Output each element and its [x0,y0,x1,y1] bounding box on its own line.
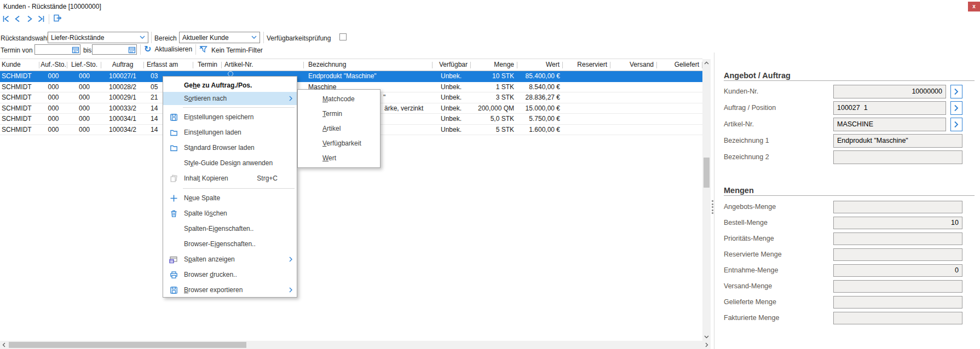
menu-item-inhalt-kopieren[interactable]: Inhalt KopierenStrg+C [163,171,297,186]
scroll-down-icon[interactable] [702,333,711,341]
toolbar-separator [195,44,196,55]
vertical-scrollbar[interactable] [702,59,711,341]
menu-item-standard-browser-laden[interactable]: Standard Browser laden [163,140,297,155]
menu-item-browser-drucken[interactable]: Browser drucken.. [163,267,297,282]
column-header[interactable]: Verfügbar [433,59,471,71]
column-header[interactable]: Kunde [0,59,39,71]
panel-field-bezeichnung-2[interactable] [833,150,962,164]
goto-button[interactable] [950,85,962,98]
table-cell: 000 [39,125,67,135]
menu-item-browser-eigenschaften[interactable]: Browser-Eigenschaften.. [163,236,297,252]
panel-field-kunden-nr-[interactable]: 10000000 [833,85,946,98]
panel-field-angebots-menge[interactable] [833,201,962,213]
goto-record-icon[interactable] [53,14,62,25]
column-header[interactable]: Versand [610,59,657,71]
sort-submenu: MatchcodeTerminArtikelVerfügbarkeitWert [297,89,381,168]
column-header[interactable]: Menge [471,59,517,71]
chevron-right-icon [954,104,959,112]
column-header[interactable]: Artikel-Nr. [222,59,304,71]
panel-field-artikel-nr-[interactable]: MASCHINE [833,118,946,131]
column-header[interactable]: Termin [193,59,222,71]
table-cell: 000 [67,92,101,103]
kein-termin-filter-button[interactable]: Kein Termin-Filter [199,45,263,55]
panel-field-fakturierte-menge[interactable] [833,312,962,324]
submenu-item-artikel[interactable]: Artikel [298,121,380,136]
table-cell [610,82,657,92]
submenu-item-matchcode[interactable]: Matchcode [298,91,380,106]
vertical-scroll-thumb[interactable] [704,158,710,188]
bereich-dropdown[interactable]: Aktueller Kunde [179,32,260,43]
panel-field-prioritäts-menge[interactable] [833,232,962,245]
first-record-icon[interactable] [2,15,10,23]
chevron-down-icon [140,36,148,39]
splitter-grip-dot [712,200,713,202]
column-header[interactable]: Erfasst am [144,59,193,71]
submenu-item-termin[interactable]: Termin [298,106,380,121]
horizontal-scrollbar[interactable] [0,341,711,349]
menu-item-spalten-anzeigen[interactable]: Spalten anzeigen [163,252,297,267]
column-header[interactable]: Wert [517,59,563,71]
menu-separator [163,105,297,109]
scroll-up-icon[interactable] [702,59,711,67]
menu-item-gehe-zu-auftrag-pos[interactable]: Gehe zu Auftrag./Pos. [163,79,297,92]
panel-field-entnahme-menge[interactable]: 0 [833,264,962,277]
column-header[interactable]: Lief.-Sto. [67,59,101,71]
column-header[interactable]: Auf.-Sto. [39,59,67,71]
verfuegbarkeitspruefung-checkbox[interactable] [339,33,347,40]
menu-item-label: Einstellungen speichern [184,113,253,121]
aktualisieren-button[interactable]: ↻ Aktualisieren [144,45,192,53]
previous-record-icon[interactable] [14,15,22,23]
toolbar-separator [140,44,141,55]
panel-field-bestell-menge[interactable]: 10 [833,217,962,229]
panel-field-versand-menge[interactable] [833,280,962,293]
submenu-item-verfügbarkeit[interactable]: Verfügbarkeit [298,136,380,150]
menu-item-spalte-löschen[interactable]: Spalte löschen [163,206,297,221]
table-cell: 100034/2 [101,125,144,135]
menu-item-style-guide-design-anwenden[interactable]: Style-Guide Design anwenden [163,155,297,171]
menu-item-spalten-eigenschaften[interactable]: Spalten-Eigenschaften.. [163,221,297,236]
panel-field-bezeichnung-1[interactable]: Endprodukt "Maschine" [833,134,962,148]
panel-splitter[interactable] [714,53,714,349]
splitter-grip-dot [712,210,713,211]
columns-icon [168,255,180,264]
table-cell [610,114,657,124]
menu-item-sortieren-nach[interactable]: Sortieren nach [163,92,297,105]
calendar-icon[interactable] [127,45,136,54]
panel-field-auftrag-position[interactable]: 100027 1 [833,101,946,115]
menu-item-einstellungen-laden[interactable]: Einstellungen laden [163,125,297,140]
calendar-icon[interactable] [71,45,80,54]
column-header[interactable]: Auftrag [101,59,144,71]
rueckstandswahl-dropdown[interactable]: Liefer-Rückstände [48,32,148,43]
last-record-icon[interactable] [37,15,45,23]
table-cell: 100028/2 [101,82,144,92]
menu-item-label: Spalte löschen [184,210,227,217]
horizontal-scroll-thumb[interactable] [9,342,246,348]
menu-item-einstellungen-speichern[interactable]: Einstellungen speichern [163,109,297,125]
submenu-item-label: Termin [322,110,342,118]
submenu-item-wert[interactable]: Wert [298,150,380,165]
next-record-icon[interactable] [25,15,33,23]
termin-bis-input[interactable] [92,44,137,55]
panel-field-reservierte-menge[interactable] [833,248,962,261]
termin-von-input[interactable] [34,44,80,55]
scroll-right-icon[interactable] [702,341,711,349]
menu-item-neue-spalte[interactable]: Neue Spalte [163,190,297,206]
scroll-left-icon[interactable] [0,341,8,349]
submenu-arrow-icon [289,287,292,293]
panel-field-label: Bezeichnung 1 [724,137,769,144]
column-header[interactable]: Geliefert [657,59,702,71]
table-cell [610,92,657,103]
toolbar-separator [49,14,49,24]
column-header[interactable]: Bezeichnung [304,59,433,71]
close-button[interactable]: x [968,2,980,11]
goto-button[interactable] [950,118,962,131]
goto-button[interactable] [950,101,962,115]
panel-field-gelieferte-menge[interactable] [833,296,962,309]
table-cell: 100029/1 [101,92,144,103]
table-cell [657,125,702,135]
printer-icon [168,270,180,279]
menu-item-label: Spalten anzeigen [184,255,235,263]
column-header[interactable]: Reserviert [563,59,610,71]
menu-item-browser-exportieren[interactable]: Browser exportieren [163,282,297,298]
table-row[interactable]: SCHMIDT000000100027/103Endprodukt "Masch… [0,71,702,82]
